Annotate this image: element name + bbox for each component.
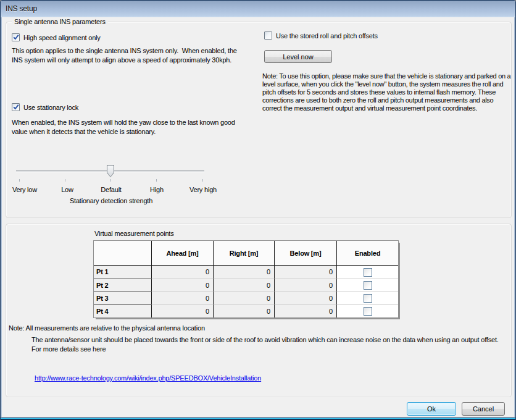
slider-tick	[19, 179, 20, 182]
placement-note: The antenna/sensor unit should be placed…	[31, 335, 509, 354]
ahead-value-cell[interactable]: 0	[151, 266, 213, 279]
enabled-checkbox[interactable]	[364, 281, 372, 290]
stationary-lock-description: When enabled, the INS system will hold t…	[12, 118, 248, 136]
measurements-note: Note: All measurements are relative to t…	[9, 324, 205, 332]
stored-offsets-checkbox[interactable]	[264, 32, 272, 40]
column-header-right: Right [m]	[213, 241, 274, 265]
right-value-cell[interactable]: 0	[213, 279, 274, 292]
right-value-cell[interactable]: 0	[213, 266, 274, 279]
table-row: Pt 2 0 0 0	[94, 279, 398, 292]
checkmark-icon	[12, 33, 20, 41]
checkmark-icon	[12, 103, 20, 111]
high-speed-alignment-label: High speed alignment only	[23, 34, 101, 41]
window-frame-bottom	[1, 417, 515, 419]
column-header-below: Below [m]	[274, 241, 336, 265]
ins-setup-dialog: INS setup Single antenna INS parameters …	[0, 0, 516, 420]
table-header-row: Ahead [m] Right [m] Below [m] Enabled	[94, 241, 398, 266]
cancel-button[interactable]: Cancel	[462, 402, 505, 416]
slider-label-default: Default	[101, 186, 121, 193]
enabled-checkbox[interactable]	[364, 268, 372, 277]
slider-label-high: High	[150, 186, 164, 193]
virtual-points-table: Ahead [m] Right [m] Below [m] Enabled Pt…	[93, 240, 399, 318]
below-value-cell[interactable]: 0	[274, 266, 336, 279]
slider-tick	[156, 179, 157, 182]
below-value-cell[interactable]: 0	[274, 279, 336, 292]
below-value-cell[interactable]: 0	[274, 292, 336, 304]
slider-label-low: Low	[61, 186, 73, 193]
row-label: Pt 3	[94, 292, 151, 304]
table-corner-cell	[94, 241, 151, 265]
row-label: Pt 2	[94, 279, 151, 292]
right-value-cell[interactable]: 0	[213, 304, 274, 317]
ok-button[interactable]: Ok	[407, 402, 456, 416]
vehicle-installation-link[interactable]: http://www.race-technology.com/wiki/inde…	[35, 374, 261, 382]
enabled-cell	[336, 292, 398, 304]
window-title: INS setup	[6, 4, 37, 13]
slider-tick	[202, 179, 203, 182]
slider-tick	[65, 179, 65, 182]
enabled-cell	[336, 304, 398, 317]
row-label: Pt 1	[94, 266, 151, 279]
right-value-cell[interactable]: 0	[213, 292, 274, 304]
slider-label-very-low: Very low	[12, 186, 37, 193]
high-speed-alignment-checkbox[interactable]	[12, 33, 20, 41]
slider-label-very-high: Very high	[189, 186, 217, 193]
level-now-note: Note: To use this option, please make su…	[262, 72, 514, 112]
high-speed-description: This option applies to the single antenn…	[12, 46, 248, 65]
ahead-value-cell[interactable]: 0	[151, 304, 213, 317]
enabled-checkbox[interactable]	[364, 294, 372, 303]
single-antenna-group-title: Single antenna INS parameters	[12, 18, 108, 25]
table-title: Virtual measurement points	[94, 230, 174, 237]
level-now-button[interactable]: Level now	[264, 50, 332, 63]
ahead-value-cell[interactable]: 0	[151, 279, 213, 292]
title-bar[interactable]: INS setup	[1, 1, 515, 17]
row-label: Pt 4	[94, 304, 151, 317]
window-frame-left	[1, 17, 2, 417]
table-row: Pt 1 0 0 0	[94, 266, 398, 279]
stationary-lock-checkbox[interactable]	[12, 103, 20, 111]
slider-tick	[110, 179, 111, 182]
enabled-checkbox[interactable]	[364, 307, 372, 316]
slider-caption: Stationary detection strength	[70, 197, 152, 204]
table-row: Pt 4 0 0 0	[94, 304, 398, 317]
enabled-cell	[336, 279, 398, 292]
column-header-enabled: Enabled	[336, 241, 398, 265]
table-row: Pt 3 0 0 0	[94, 292, 398, 304]
stationary-lock-label: Use stationary lock	[23, 104, 78, 111]
enabled-cell	[336, 266, 398, 279]
column-header-ahead: Ahead [m]	[151, 241, 213, 265]
stored-offsets-label: Use the stored roll and pitch offsets	[276, 32, 378, 40]
window-frame-right	[514, 17, 515, 417]
ahead-value-cell[interactable]: 0	[151, 292, 213, 304]
below-value-cell[interactable]: 0	[274, 304, 336, 317]
